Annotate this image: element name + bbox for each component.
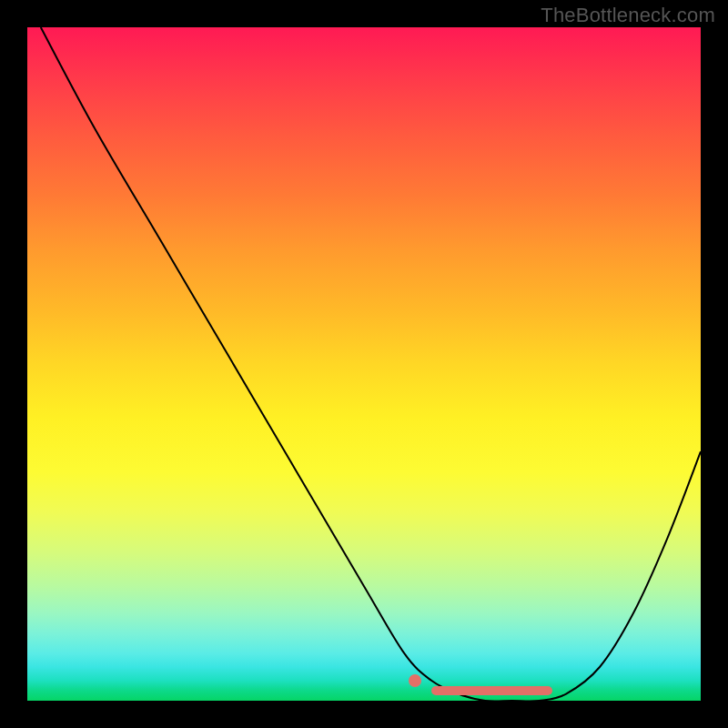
bottleneck-curve: [27, 27, 701, 701]
optimal-point-marker: [409, 674, 421, 687]
watermark-text: TheBottleneck.com: [541, 4, 715, 27]
plot-area: [27, 27, 701, 701]
optimal-range-marker: [431, 686, 552, 695]
